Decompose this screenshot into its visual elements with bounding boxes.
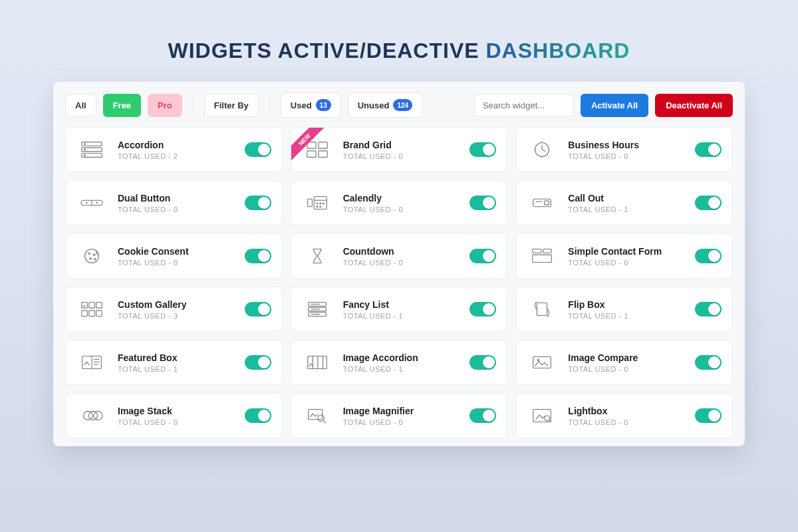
widget-card: Call OutTOTAL USED - 1 [515, 180, 733, 225]
widget-meta: Cookie ConsentTOTAL USED - 0 [118, 246, 234, 267]
widget-name: Simple Contact Form [568, 246, 684, 257]
widget-toggle[interactable] [469, 196, 496, 210]
widget-card: Flip BoxTOTAL USED - 1 [515, 287, 733, 332]
widget-card: Custom GalleryTOTAL USED - 3 [65, 287, 283, 332]
dashboard-panel: All Free Pro Filter By Used 13 Unused 12… [53, 82, 745, 446]
filter-used-button[interactable]: Used 13 [281, 92, 341, 118]
toolbar-separator [193, 96, 194, 114]
widget-toggle[interactable] [245, 408, 271, 423]
widget-toggle[interactable] [695, 196, 722, 210]
widget-name: Calendly [343, 193, 460, 203]
widget-name: Image Compare [568, 352, 684, 363]
widget-name: Accordion [118, 140, 234, 150]
widget-toggle[interactable] [469, 249, 496, 263]
featured-icon [76, 350, 107, 375]
widget-total-used: TOTAL USED - 0 [568, 152, 684, 160]
widget-toggle[interactable] [245, 302, 271, 317]
filter-free-button[interactable]: Free [103, 94, 141, 117]
filter-all-button[interactable]: All [65, 94, 96, 117]
magnifier-icon [302, 403, 332, 428]
widget-toggle[interactable] [469, 302, 496, 317]
widget-total-used: TOTAL USED - 3 [118, 312, 234, 320]
toolbar-separator [269, 96, 270, 114]
widget-name: Custom Gallery [118, 299, 234, 310]
widget-toggle[interactable] [695, 142, 722, 157]
widget-name: Fancy List [343, 299, 460, 310]
widget-card: AccordionTOTAL USED - 2 [65, 127, 283, 172]
widget-toggle[interactable] [245, 249, 271, 263]
filter-by-button[interactable]: Filter By [204, 94, 259, 117]
new-ribbon: NEW [291, 128, 329, 165]
search-input[interactable] [474, 94, 574, 117]
widget-toggle[interactable] [469, 408, 496, 423]
widget-total-used: TOTAL USED - 0 [118, 205, 234, 213]
page-title-accent: DASHBOARD [485, 39, 630, 63]
used-label: Used [291, 100, 312, 110]
widget-total-used: TOTAL USED - 0 [568, 259, 684, 267]
widget-card: Cookie ConsentTOTAL USED - 0 [65, 233, 283, 279]
activate-all-button[interactable]: Activate All [581, 94, 648, 117]
widget-toggle[interactable] [245, 196, 271, 210]
widget-meta: Image AccordionTOTAL USED - 1 [343, 352, 460, 373]
filter-pro-button[interactable]: Pro [148, 94, 182, 117]
accordion-icon [76, 137, 107, 162]
widget-grid: AccordionTOTAL USED - 2NEWBrand GridTOTA… [61, 127, 737, 438]
widget-toggle[interactable] [245, 142, 271, 157]
widget-meta: Call OutTOTAL USED - 1 [568, 193, 684, 213]
widget-toggle[interactable] [469, 142, 496, 157]
widget-name: Brand Grid [343, 140, 460, 150]
widget-toggle[interactable] [695, 249, 722, 263]
used-count-badge: 13 [316, 99, 331, 111]
widget-meta: Fancy ListTOTAL USED - 1 [343, 299, 460, 320]
widget-meta: Featured BoxTOTAL USED - 1 [118, 352, 234, 373]
list-icon [302, 297, 332, 322]
widget-meta: CountdownTOTAL USED - 0 [343, 246, 460, 267]
widget-meta: Business HoursTOTAL USED - 0 [568, 140, 684, 160]
widget-card: Featured BoxTOTAL USED - 1 [65, 340, 283, 385]
widget-name: Image Stack [118, 406, 234, 416]
unused-count-badge: 124 [393, 99, 412, 111]
widget-card: NEWBrand GridTOTAL USED - 0 [291, 127, 508, 172]
widget-meta: Image StackTOTAL USED - 0 [118, 406, 234, 426]
widget-card: CountdownTOTAL USED - 0 [291, 233, 508, 279]
calendar-icon [302, 190, 332, 215]
widget-toggle[interactable] [245, 355, 271, 370]
page-title-main: WIDGETS ACTIVE/DEACTIVE [168, 39, 486, 63]
widget-total-used: TOTAL USED - 0 [343, 259, 460, 267]
widget-total-used: TOTAL USED - 1 [568, 312, 684, 320]
widget-toggle[interactable] [469, 355, 496, 370]
widget-total-used: TOTAL USED - 0 [343, 418, 460, 426]
widget-meta: Simple Contact FormTOTAL USED - 0 [568, 246, 684, 267]
new-ribbon-label: NEW [291, 128, 327, 162]
hourglass-icon [302, 243, 332, 269]
widget-total-used: TOTAL USED - 2 [118, 152, 234, 160]
widget-meta: Image CompareTOTAL USED - 0 [568, 352, 684, 373]
clock-icon [527, 137, 557, 162]
widget-name: Call Out [568, 193, 684, 203]
cookie-icon [76, 243, 107, 269]
widget-toggle[interactable] [695, 302, 722, 317]
widget-card: Image AccordionTOTAL USED - 1 [291, 340, 508, 385]
widget-name: Image Magnifier [343, 406, 460, 416]
page-title: WIDGETS ACTIVE/DEACTIVE DASHBOARD [168, 39, 630, 63]
widget-meta: CalendlyTOTAL USED - 0 [343, 193, 460, 213]
widget-name: Business Hours [568, 140, 684, 150]
widget-meta: Dual ButtonTOTAL USED - 0 [118, 193, 234, 213]
widget-total-used: TOTAL USED - 0 [118, 259, 234, 267]
widget-card: LightboxTOTAL USED - 0 [515, 393, 733, 438]
widget-name: Featured Box [118, 352, 234, 363]
widget-total-used: TOTAL USED - 1 [568, 205, 684, 213]
widget-toggle[interactable] [695, 355, 722, 370]
filter-unused-button[interactable]: Unused 124 [348, 92, 422, 118]
widget-card: Fancy ListTOTAL USED - 1 [291, 287, 508, 332]
widget-name: Flip Box [568, 299, 684, 310]
gallery-icon [76, 297, 107, 322]
widget-card: Image CompareTOTAL USED - 0 [515, 340, 733, 385]
deactivate-all-button[interactable]: Deactivate All [655, 94, 733, 117]
widget-meta: Brand GridTOTAL USED - 0 [343, 140, 460, 160]
widget-toggle[interactable] [695, 408, 722, 423]
widget-total-used: TOTAL USED - 0 [118, 418, 234, 426]
widget-total-used: TOTAL USED - 0 [568, 365, 684, 373]
flip-icon [527, 297, 557, 322]
widget-name: Image Accordion [343, 352, 460, 363]
